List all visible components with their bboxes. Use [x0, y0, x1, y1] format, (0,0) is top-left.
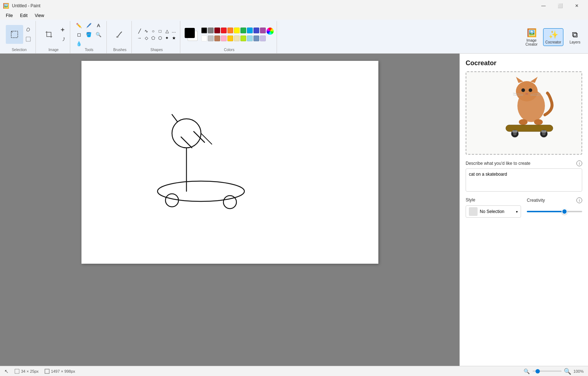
style-dropdown-icon	[469, 207, 478, 216]
app-title: Untitled - Paint	[12, 3, 41, 8]
select-all-button[interactable]	[24, 35, 33, 43]
shape-hexagon[interactable]: ⬡	[157, 35, 163, 41]
describe-textarea[interactable]: cat on a skateboard	[466, 168, 582, 192]
menu-edit[interactable]: Edit	[17, 12, 30, 19]
image-creator-button[interactable]: 🖼️ Image Creator	[521, 27, 542, 48]
select-rect-button[interactable]	[6, 25, 23, 44]
select-magic-button[interactable]	[58, 25, 67, 34]
zoom-slider[interactable]	[533, 371, 562, 372]
shape-oval[interactable]: ○	[150, 28, 156, 34]
window-controls: — ⬜ ✕	[535, 0, 585, 12]
color-lightgray[interactable]	[208, 35, 214, 41]
cocreator-button[interactable]: ✨ Cocreator	[543, 28, 563, 46]
selection-size: 34 × 25px	[14, 369, 39, 374]
close-button[interactable]: ✕	[568, 0, 585, 12]
svg-point-17	[534, 119, 543, 125]
pencil-button[interactable]: ✏️	[75, 21, 83, 30]
ribbon-right-tools: 🖼️ Image Creator ✨ Cocreator ⧉ Layers	[521, 21, 585, 53]
colors-group-label: Colors	[185, 48, 274, 52]
shape-star5[interactable]: ★	[171, 35, 177, 41]
shape-pentagon[interactable]: ⬠	[150, 35, 156, 41]
color-red[interactable]	[221, 28, 227, 33]
color-gray[interactable]	[208, 28, 214, 33]
svg-point-9	[521, 88, 525, 92]
eyedropper-button[interactable]: 💧	[75, 39, 83, 48]
color-lavender[interactable]	[260, 35, 266, 41]
canvas-area[interactable]	[0, 54, 459, 366]
color-gold[interactable]	[227, 35, 233, 41]
primary-color[interactable]	[185, 28, 195, 38]
ribbon-group-tools: ✏️ 🖊️ A ◻ 🪣 🔍 💧 Tools	[72, 21, 107, 53]
color-black[interactable]	[201, 28, 207, 33]
color-purple[interactable]	[260, 28, 266, 33]
image-creator-icon: 🖼️	[527, 28, 537, 38]
zoom-out-icon[interactable]: 🔍	[524, 368, 530, 374]
menubar: File Edit View	[0, 12, 588, 20]
zoom-in-icon[interactable]: 🔍	[564, 368, 571, 375]
magnify-button[interactable]: 🔍	[94, 30, 103, 39]
shape-triangle[interactable]: △	[164, 28, 170, 34]
creativity-info-icon[interactable]: i	[576, 197, 582, 203]
main-layout: Cocreator	[0, 54, 588, 366]
creativity-section: Creativity i	[527, 197, 582, 213]
ribbon-group-selection: Selection	[3, 21, 36, 53]
shape-star4[interactable]: ✦	[164, 35, 170, 41]
describe-info-icon[interactable]: i	[576, 160, 582, 166]
svg-point-10	[529, 88, 532, 92]
calligraphy-button[interactable]: 🖊️	[84, 21, 93, 30]
svg-marker-2	[60, 28, 65, 32]
svg-point-6	[516, 81, 538, 101]
color-cream[interactable]	[234, 35, 240, 41]
canvas-size-info: 1497 × 998px	[45, 369, 75, 374]
color-orange[interactable]	[227, 28, 233, 33]
color-darkblue[interactable]	[253, 28, 259, 33]
ribbon-group-colors: Colors	[182, 21, 277, 53]
style-dropdown[interactable]: No Selection ▾	[466, 205, 521, 218]
layers-icon: ⧉	[572, 30, 578, 39]
shape-diamond[interactable]: ◇	[143, 35, 150, 41]
color-brown[interactable]	[214, 35, 220, 41]
brush-select-button[interactable]	[111, 25, 129, 44]
cocreator-label: Cocreator	[545, 40, 561, 44]
color-green[interactable]	[240, 28, 246, 33]
color-yellow[interactable]	[234, 28, 240, 33]
svg-point-4	[116, 36, 118, 38]
color-darkred[interactable]	[214, 28, 220, 33]
fill-button[interactable]: 🪣	[84, 30, 93, 39]
color-rainbow[interactable]	[266, 28, 274, 35]
shapes-group-label: Shapes	[151, 48, 163, 52]
minimize-button[interactable]: —	[535, 0, 552, 12]
crop-button[interactable]	[40, 25, 58, 44]
shape-rect[interactable]: □	[157, 28, 163, 34]
eraser-button[interactable]: ◻	[75, 30, 83, 39]
rotate-button[interactable]	[58, 35, 67, 43]
layers-button[interactable]: ⧉ Layers	[565, 29, 585, 46]
color-skyblue[interactable]	[247, 35, 253, 41]
style-section: Style No Selection ▾	[466, 197, 521, 218]
brushes-group-label: Brushes	[113, 48, 127, 52]
main-canvas[interactable]	[81, 61, 378, 264]
shape-arrow[interactable]: →	[136, 35, 143, 41]
color-blue[interactable]	[247, 28, 253, 33]
color-lime[interactable]	[240, 35, 246, 41]
svg-point-16	[519, 119, 528, 125]
ribbon: Selection Image ✏️ 🖊️ A ◻ 🪣	[0, 20, 588, 54]
selection-group-label: Selection	[12, 48, 26, 52]
text-button[interactable]: A	[94, 21, 103, 30]
color-white[interactable]	[201, 35, 207, 41]
statusbar-right: 🔍 🔍 100%	[524, 368, 584, 374]
color-steelblue[interactable]	[253, 35, 259, 41]
creativity-slider[interactable]	[527, 211, 582, 212]
shape-more[interactable]: …	[171, 28, 177, 34]
shape-curve[interactable]: ∿	[143, 28, 150, 34]
menu-view[interactable]: View	[32, 12, 47, 19]
app-icon: 🖼️	[3, 3, 9, 9]
menu-file[interactable]: File	[3, 12, 16, 19]
shape-line[interactable]: ╱	[136, 28, 143, 34]
maximize-button[interactable]: ⬜	[552, 0, 568, 12]
style-dropdown-value: No Selection	[480, 209, 504, 214]
cocreator-panel-title: Cocreator	[466, 59, 582, 67]
color-pink[interactable]	[221, 35, 227, 41]
svg-rect-24	[541, 130, 546, 133]
select-free-button[interactable]	[24, 25, 33, 34]
